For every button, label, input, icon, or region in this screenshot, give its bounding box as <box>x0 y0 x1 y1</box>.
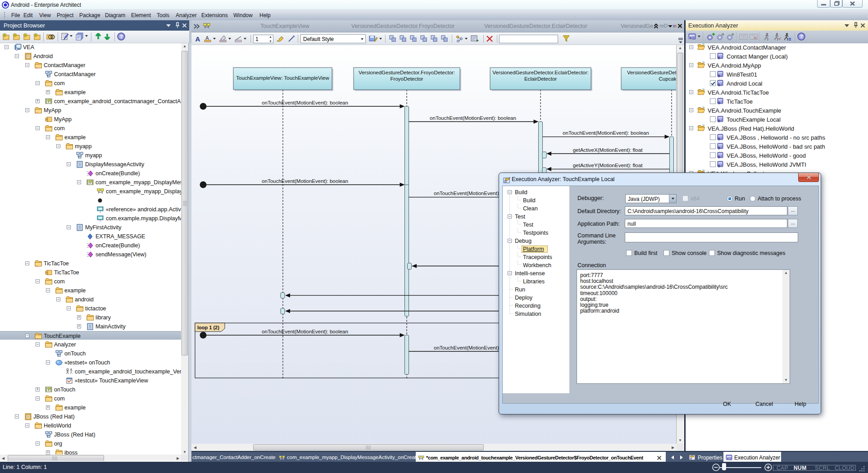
svg-text:onTouchEvent(MotionEvent): boo: onTouchEvent(MotionEvent): boolean <box>430 115 516 121</box>
svg-text:VersionedGestureDetector.Froyo: VersionedGestureDetector.FroyoDetector: <box>359 70 455 75</box>
svg-text:onTouchEvent(MotionEvent): boo: onTouchEvent(MotionEvent): boolean <box>262 329 348 334</box>
svg-text:VersionedGestureDetector.Eclai: VersionedGestureDetector.EclairDetector: <box>492 70 589 75</box>
svg-text:?: ? <box>800 34 803 39</box>
svg-text:onTouchEvent(MotionEvent): boo: onTouchEvent(MotionEvent): boolean <box>262 178 348 184</box>
svg-text:onTouchEvent(MotionEvent): boo: onTouchEvent(MotionEvent): boolean <box>563 130 649 136</box>
svg-text:getActiveY(MotionEvent): float: getActiveY(MotionEvent): float <box>573 163 643 168</box>
svg-text:EclairDetector: EclairDetector <box>524 76 557 82</box>
svg-text:A: A <box>205 35 209 41</box>
svg-text:CupcakeDetector: CupcakeDetector <box>659 76 677 82</box>
svg-text:getActiveX(MotionEvent): float: getActiveX(MotionEvent): float <box>573 147 643 153</box>
svg-text:TouchExampleView: TouchExample: TouchExampleView: TouchExampleView <box>236 75 329 81</box>
svg-text:?: ? <box>120 34 123 39</box>
svg-text:FroyoDetector: FroyoDetector <box>391 76 423 82</box>
svg-text:loop 1 (2): loop 1 (2) <box>197 325 219 330</box>
svg-text:onTouchEvent(MotionEvent): boo: onTouchEvent(MotionEvent): boolean <box>262 100 348 105</box>
svg-text:VersionedGestureDetector.Cupca: VersionedGestureDetector.CupcakeDetector… <box>627 70 677 75</box>
svg-text:A: A <box>195 35 200 42</box>
